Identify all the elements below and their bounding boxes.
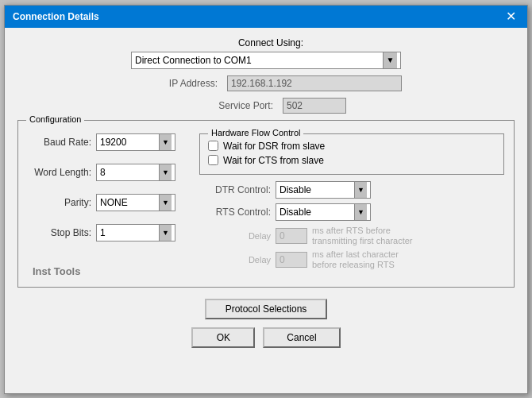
wait-dsr-label: Wait for DSR from slave (223, 141, 325, 152)
bottom-buttons: Protocol Selections OK Cancel (17, 299, 515, 348)
dtr-control-row: DTR Control: Disable ▼ (199, 181, 504, 199)
word-length-value: 8 (100, 167, 159, 178)
delay2-row: Delay ms after last character before rel… (199, 249, 504, 270)
parity-label: Parity: (28, 197, 91, 208)
hw-flow-legend: Hardware Flow Control (208, 128, 303, 137)
parity-row: Parity: NONE ▼ (28, 194, 187, 211)
service-port-row: Service Port: (17, 98, 515, 114)
protocol-selections-button[interactable]: Protocol Selections (205, 299, 328, 319)
word-length-arrow[interactable]: ▼ (159, 164, 172, 180)
ip-address-row: IP Address: (17, 75, 515, 91)
cancel-button[interactable]: Cancel (263, 327, 340, 348)
baud-rate-combo[interactable]: 19200 ▼ (96, 133, 175, 151)
connect-using-label: Connect Using: (224, 37, 303, 48)
rts-control-row: RTS Control: Disable ▼ (199, 203, 504, 221)
dtr-label: DTR Control: (199, 184, 271, 195)
stop-bits-row: Stop Bits: 1 ▼ (28, 224, 187, 242)
baud-rate-value: 19200 (100, 137, 159, 148)
baud-rate-label: Baud Rate: (28, 137, 91, 148)
wait-dsr-checkbox[interactable] (208, 141, 218, 151)
ip-address-label: IP Address: (130, 78, 218, 89)
word-length-combo[interactable]: 8 ▼ (96, 164, 175, 181)
delay2-desc: ms after last character before releasing… (312, 249, 415, 270)
ip-address-input[interactable] (227, 75, 402, 91)
delay2-input[interactable] (276, 252, 307, 268)
word-length-row: Word Length: 8 ▼ (28, 164, 187, 181)
baud-rate-arrow[interactable]: ▼ (159, 134, 172, 150)
connect-using-row: Connect Using: Direct Connection to COM1… (17, 37, 515, 69)
word-length-label: Word Length: (28, 167, 91, 178)
wait-cts-checkbox[interactable] (208, 155, 218, 165)
inst-tools-label: Inst Tools (33, 265, 187, 277)
rts-arrow[interactable]: ▼ (354, 204, 367, 220)
configuration-group: Configuration Baud Rate: 19200 ▼ Word Le (17, 120, 515, 288)
config-legend: Configuration (26, 114, 84, 124)
dtr-arrow[interactable]: ▼ (354, 182, 367, 198)
hw-flow-group: Hardware Flow Control Wait for DSR from … (199, 133, 504, 175)
dtr-value: Disable (279, 184, 354, 195)
title-bar: Connection Details ✕ (5, 6, 527, 28)
delay1-desc: ms after RTS before transmitting first c… (312, 226, 415, 246)
wait-cts-row: Wait for CTS from slave (208, 155, 495, 166)
ok-cancel-row: OK Cancel (191, 327, 340, 348)
left-config: Baud Rate: 19200 ▼ Word Length: 8 ▼ (28, 133, 187, 277)
connect-using-arrow[interactable]: ▼ (383, 52, 397, 68)
dialog-title: Connection Details (13, 11, 99, 22)
stop-bits-label: Stop Bits: (28, 227, 91, 238)
dialog-body: Connect Using: Direct Connection to COM1… (5, 28, 527, 357)
delay1-row: Delay ms after RTS before transmitting f… (199, 226, 504, 246)
stop-bits-value: 1 (100, 227, 159, 238)
config-inner: Baud Rate: 19200 ▼ Word Length: 8 ▼ (28, 133, 504, 277)
connect-using-value: Direct Connection to COM1 (135, 55, 383, 66)
rts-label: RTS Control: (199, 207, 271, 218)
wait-cts-label: Wait for CTS from slave (223, 155, 324, 166)
stop-bits-arrow[interactable]: ▼ (159, 225, 172, 241)
wait-dsr-row: Wait for DSR from slave (208, 141, 495, 152)
connection-details-dialog: Connection Details ✕ Connect Using: Dire… (4, 5, 528, 394)
rts-value: Disable (279, 207, 354, 218)
close-button[interactable]: ✕ (503, 10, 519, 23)
parity-value: NONE (100, 197, 159, 208)
baud-rate-row: Baud Rate: 19200 ▼ (28, 133, 187, 151)
dtr-combo[interactable]: Disable ▼ (276, 181, 371, 199)
delay2-label: Delay (199, 255, 271, 265)
rts-combo[interactable]: Disable ▼ (276, 203, 371, 221)
delay1-input[interactable] (276, 228, 307, 244)
service-port-input[interactable] (283, 98, 346, 114)
ok-button[interactable]: OK (191, 327, 255, 348)
right-config: Hardware Flow Control Wait for DSR from … (199, 133, 504, 277)
connect-using-combo[interactable]: Direct Connection to COM1 ▼ (131, 52, 401, 69)
delay1-label: Delay (199, 231, 271, 241)
parity-arrow[interactable]: ▼ (159, 195, 172, 211)
stop-bits-combo[interactable]: 1 ▼ (96, 224, 175, 242)
service-port-label: Service Port: (186, 100, 273, 111)
parity-combo[interactable]: NONE ▼ (96, 194, 175, 211)
